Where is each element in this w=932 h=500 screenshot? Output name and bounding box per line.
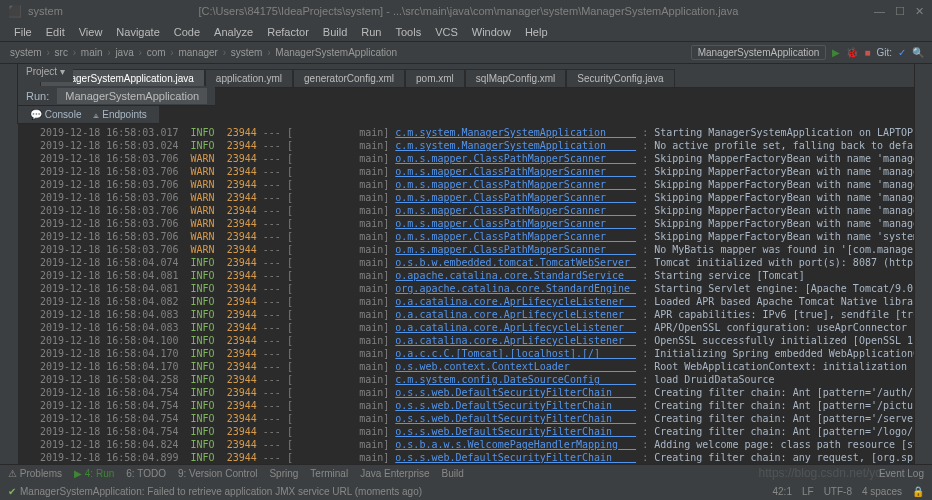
menu-navigate[interactable]: Navigate <box>110 24 165 40</box>
editor-tab[interactable]: generatorConfig.xml <box>293 69 405 87</box>
endpoints-tab[interactable]: ⟁ Endpoints <box>93 109 146 120</box>
search-icon[interactable]: 🔍 <box>912 47 924 58</box>
breadcrumb-item[interactable]: system <box>229 47 265 58</box>
editor-tabs: ManagerSystemApplication.javaapplication… <box>0 64 932 88</box>
run-toolwindow-header: Run: ManagerSystemApplication <box>18 86 215 106</box>
console-tab[interactable]: 💬 Console <box>30 109 81 120</box>
menu-file[interactable]: File <box>8 24 38 40</box>
bottom-toolbar: ⚠ Problems▶ 4: Run6: TODO9: Version Cont… <box>0 464 932 482</box>
menu-vcs[interactable]: VCS <box>429 24 464 40</box>
bottom-tab[interactable]: ▶ 4: Run <box>74 468 114 479</box>
editor-tab[interactable]: sqlMapConfig.xml <box>465 69 566 87</box>
git-update-icon[interactable]: ✓ <box>898 47 906 58</box>
editor-tab[interactable]: application.yml <box>205 69 293 87</box>
debug-icon[interactable]: 🐞 <box>846 47 858 58</box>
log-line: 2019-12-18 16:58:03.706 WARN 23944 --- [… <box>40 178 914 191</box>
log-line: 2019-12-18 16:58:04.083 INFO 23944 --- [… <box>40 308 914 321</box>
file-path: [C:\Users\84175\IdeaProjects\system] - .… <box>63 5 874 17</box>
bottom-tab[interactable]: Spring <box>269 468 298 479</box>
editor-tab[interactable]: SecurityConfig.java <box>566 69 674 87</box>
breadcrumb-item[interactable]: ManagerSystemApplication <box>273 47 399 58</box>
line-sep[interactable]: LF <box>802 486 814 497</box>
menu-tools[interactable]: Tools <box>389 24 427 40</box>
stop-icon[interactable]: ■ <box>864 47 870 58</box>
navbar: system › src › main › java › com › manag… <box>0 42 932 64</box>
log-line: 2019-12-18 16:58:04.754 INFO 23944 --- [… <box>40 412 914 425</box>
encoding[interactable]: UTF-8 <box>824 486 852 497</box>
log-line: 2019-12-18 16:58:03.706 WARN 23944 --- [… <box>40 191 914 204</box>
run-config-selector[interactable]: ManagerSystemApplication <box>691 45 827 60</box>
close-icon[interactable]: ✕ <box>915 5 924 18</box>
log-line: 2019-12-18 16:58:03.706 WARN 23944 --- [… <box>40 204 914 217</box>
project-name: system <box>28 5 63 17</box>
run-icon[interactable]: ▶ <box>832 47 840 58</box>
project-pane-header[interactable]: Project ▾ <box>18 64 73 82</box>
log-line: 2019-12-18 16:58:03.706 WARN 23944 --- [… <box>40 152 914 165</box>
log-line: 2019-12-18 16:58:04.081 INFO 23944 --- [… <box>40 282 914 295</box>
status-bar: ✔ ManagerSystemApplication: Failed to re… <box>0 482 932 500</box>
log-line: 2019-12-18 16:58:04.074 INFO 23944 --- [… <box>40 256 914 269</box>
right-gutter <box>914 64 932 482</box>
run-tab[interactable]: ManagerSystemApplication <box>57 88 207 104</box>
git-label: Git: <box>876 47 892 58</box>
menu-refactor[interactable]: Refactor <box>261 24 315 40</box>
log-line: 2019-12-18 16:58:04.258 INFO 23944 --- [… <box>40 373 914 386</box>
log-line: 2019-12-18 16:58:04.170 INFO 23944 --- [… <box>40 360 914 373</box>
bottom-tab[interactable]: Build <box>442 468 464 479</box>
menu-run[interactable]: Run <box>355 24 387 40</box>
log-line: 2019-12-18 16:58:04.083 INFO 23944 --- [… <box>40 321 914 334</box>
status-ok-icon: ✔ <box>8 486 16 497</box>
titlebar: ⬛ system [C:\Users\84175\IdeaProjects\sy… <box>0 0 932 22</box>
log-line: 2019-12-18 16:58:03.706 WARN 23944 --- [… <box>40 230 914 243</box>
run-label: Run: <box>26 90 49 102</box>
log-line: 2019-12-18 16:58:03.024 INFO 23944 --- [… <box>40 139 914 152</box>
menu-code[interactable]: Code <box>168 24 206 40</box>
breadcrumb-item[interactable]: system <box>8 47 44 58</box>
run-subtabs: 💬 Console ⟁ Endpoints <box>18 106 159 124</box>
status-message: ManagerSystemApplication: Failed to retr… <box>20 486 422 497</box>
editor-tab[interactable]: pom.xml <box>405 69 465 87</box>
log-line: 2019-12-18 16:58:03.706 WARN 23944 --- [… <box>40 165 914 178</box>
bottom-tab[interactable]: Terminal <box>310 468 348 479</box>
menu-edit[interactable]: Edit <box>40 24 71 40</box>
bottom-tab[interactable]: 9: Version Control <box>178 468 258 479</box>
menu-view[interactable]: View <box>73 24 109 40</box>
console-output[interactable]: 2019-12-18 16:58:03.017 INFO 23944 --- [… <box>18 124 914 464</box>
log-line: 2019-12-18 16:58:03.017 INFO 23944 --- [… <box>40 126 914 139</box>
bottom-tab[interactable]: Java Enterprise <box>360 468 429 479</box>
menu-build[interactable]: Build <box>317 24 353 40</box>
breadcrumb-item[interactable]: java <box>113 47 135 58</box>
log-line: 2019-12-18 16:58:04.754 INFO 23944 --- [… <box>40 386 914 399</box>
log-line: 2019-12-18 16:58:03.706 WARN 23944 --- [… <box>40 243 914 256</box>
log-line: 2019-12-18 16:58:04.824 INFO 23944 --- [… <box>40 438 914 451</box>
caret-pos[interactable]: 42:1 <box>772 486 791 497</box>
indent[interactable]: 4 spaces <box>862 486 902 497</box>
breadcrumb-item[interactable]: com <box>145 47 168 58</box>
log-line: 2019-12-18 16:58:04.082 INFO 23944 --- [… <box>40 295 914 308</box>
menu-help[interactable]: Help <box>519 24 554 40</box>
log-line: 2019-12-18 16:58:04.754 INFO 23944 --- [… <box>40 399 914 412</box>
log-line: 2019-12-18 16:58:04.081 INFO 23944 --- [… <box>40 269 914 282</box>
menubar: FileEditViewNavigateCodeAnalyzeRefactorB… <box>0 22 932 42</box>
event-log[interactable]: Event Log <box>879 468 924 479</box>
breadcrumb-item[interactable]: main <box>79 47 105 58</box>
breadcrumb-item[interactable]: manager <box>176 47 219 58</box>
log-line: 2019-12-18 16:58:04.754 INFO 23944 --- [… <box>40 425 914 438</box>
log-line: 2019-12-18 16:58:04.100 INFO 23944 --- [… <box>40 334 914 347</box>
bottom-tab[interactable]: ⚠ Problems <box>8 468 62 479</box>
log-line: 2019-12-18 16:58:03.706 WARN 23944 --- [… <box>40 217 914 230</box>
log-line: 2019-12-18 16:58:04.899 INFO 23944 --- [… <box>40 451 914 464</box>
lock-icon[interactable]: 🔒 <box>912 486 924 497</box>
maximize-icon[interactable]: ☐ <box>895 5 905 18</box>
bottom-tab[interactable]: 6: TODO <box>126 468 166 479</box>
app-icon: ⬛ <box>8 5 22 18</box>
minimize-icon[interactable]: — <box>874 5 885 18</box>
breadcrumb-item[interactable]: src <box>53 47 70 58</box>
log-line: 2019-12-18 16:58:04.170 INFO 23944 --- [… <box>40 347 914 360</box>
menu-window[interactable]: Window <box>466 24 517 40</box>
menu-analyze[interactable]: Analyze <box>208 24 259 40</box>
